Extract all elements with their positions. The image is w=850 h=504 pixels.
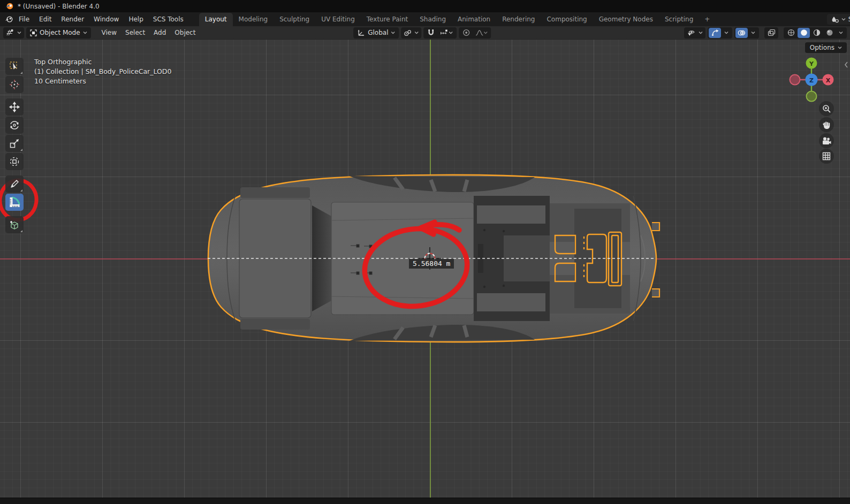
chevron-down-icon xyxy=(839,31,843,34)
chevron-down-icon xyxy=(483,31,488,34)
tool-add-cube[interactable] xyxy=(5,216,24,233)
gizmo-y-label: Y xyxy=(809,60,814,67)
pivot-point-selector[interactable] xyxy=(401,27,421,39)
gizmo-y-axis[interactable] xyxy=(806,58,817,69)
chevron-down-icon xyxy=(391,31,395,34)
zoom-button[interactable] xyxy=(819,101,834,116)
object-visibility-selector[interactable] xyxy=(684,27,705,39)
toggle-ortho-button[interactable] xyxy=(819,149,834,164)
tow-hook-bottom xyxy=(652,289,659,297)
blender-app-menu-icon[interactable] xyxy=(4,16,14,23)
view-name: Top Orthographic xyxy=(34,57,171,67)
menu-object[interactable]: Object xyxy=(170,27,200,39)
grid-scale: 10 Centimeters xyxy=(34,77,171,86)
editor-3d-viewport-icon xyxy=(6,29,14,36)
menu-file[interactable]: File xyxy=(14,13,34,25)
menu-view[interactable]: View xyxy=(97,27,121,39)
gizmo-x-negative[interactable] xyxy=(790,75,800,85)
gizmo-x-axis[interactable] xyxy=(823,74,834,86)
tab-layout[interactable]: Layout xyxy=(199,13,233,26)
gizmo-x-label: X xyxy=(826,77,831,84)
tab-geometry-nodes[interactable]: Geometry Nodes xyxy=(593,13,659,26)
shading-wireframe-button[interactable] xyxy=(785,28,797,38)
gizmos-dropdown[interactable] xyxy=(722,28,731,38)
3d-viewport[interactable]: 5.56804 m Top Orthographic (1) Collectio… xyxy=(0,40,850,498)
menu-add[interactable]: Add xyxy=(149,27,170,39)
menu-help[interactable]: Help xyxy=(124,13,148,25)
rendered-sphere-icon xyxy=(826,29,833,36)
tab-compositing[interactable]: Compositing xyxy=(541,13,593,26)
sidebar-collapse-icon[interactable] xyxy=(844,61,849,68)
chevron-down-icon xyxy=(841,18,846,21)
snap-magnet-icon xyxy=(427,29,435,36)
tool-annotate[interactable] xyxy=(5,175,24,193)
xray-toggle[interactable] xyxy=(764,27,778,39)
shading-solid-button[interactable] xyxy=(798,28,810,38)
menu-select[interactable]: Select xyxy=(121,27,149,39)
viewport-header: Object Mode View Select Add Object Globa… xyxy=(0,26,850,40)
tool-tweak-select[interactable] xyxy=(5,58,24,75)
options-button[interactable]: Options xyxy=(805,42,847,53)
proportional-editing-toggle[interactable] xyxy=(460,28,472,38)
shading-material-button[interactable] xyxy=(810,28,823,38)
pivot-point-icon xyxy=(404,29,412,36)
tab-rendering[interactable]: Rendering xyxy=(496,13,541,26)
chevron-down-icon xyxy=(414,31,419,34)
blender-logo-icon xyxy=(5,2,13,10)
viewport-info: Top Orthographic (1) Collection | SM_Bod… xyxy=(34,57,171,86)
tool-shelf xyxy=(5,58,24,234)
transform-orientation-selector[interactable]: Global xyxy=(353,27,399,39)
proportional-falloff-selector[interactable] xyxy=(473,28,490,38)
chevron-down-icon xyxy=(724,31,728,34)
navigation-gizmo[interactable]: Y X Z xyxy=(787,55,846,108)
tow-hook-top xyxy=(652,223,659,231)
tab-modeling[interactable]: Modeling xyxy=(233,13,274,26)
gizmo-y-negative[interactable] xyxy=(807,91,817,102)
snap-toggle-button[interactable] xyxy=(424,28,437,38)
gizmo-z-label: Z xyxy=(809,77,814,84)
tool-move[interactable] xyxy=(5,98,24,116)
tool-measure[interactable] xyxy=(5,194,24,211)
gizmos-toggle[interactable] xyxy=(709,28,721,38)
measurement-value: 5.56804 m xyxy=(409,259,454,269)
tab-sculpting[interactable]: Sculpting xyxy=(274,13,315,26)
wireframe-sphere-icon xyxy=(787,29,795,36)
menu-window[interactable]: Window xyxy=(89,13,124,25)
tab-uv-editing[interactable]: UV Editing xyxy=(315,13,361,26)
active-object-path: (1) Collection | SM_Body_PoliceCar_LOD0 xyxy=(34,67,171,77)
tab-scripting[interactable]: Scripting xyxy=(659,13,699,26)
tool-transform[interactable] xyxy=(5,153,24,170)
scene-selector[interactable]: Scen xyxy=(827,14,850,25)
car-rear-window xyxy=(312,205,331,311)
xray-icon xyxy=(768,29,776,36)
tool-scale[interactable] xyxy=(5,135,24,152)
menu-scs-tools[interactable]: SCS Tools xyxy=(148,13,188,25)
tool-cursor[interactable] xyxy=(5,76,24,93)
snap-increment-icon xyxy=(440,29,449,36)
camera-view-button[interactable] xyxy=(819,133,834,148)
top-menu-bar: File Edit Render Window Help SCS Tools L… xyxy=(0,12,850,26)
add-workspace-button[interactable]: + xyxy=(699,13,715,26)
tab-animation[interactable]: Animation xyxy=(452,13,496,26)
gizmo-z-axis[interactable] xyxy=(806,74,818,86)
overlays-dropdown[interactable] xyxy=(748,28,758,38)
mode-selector[interactable]: Object Mode xyxy=(26,27,91,39)
shading-dropdown[interactable] xyxy=(836,28,846,38)
solid-sphere-icon xyxy=(800,29,808,36)
orientation-axes-icon xyxy=(357,29,365,36)
snap-target-selector[interactable] xyxy=(437,28,456,38)
shading-rendered-button[interactable] xyxy=(823,28,836,38)
tool-rotate[interactable] xyxy=(5,117,24,134)
pan-hand-button[interactable] xyxy=(819,117,834,132)
menu-edit[interactable]: Edit xyxy=(34,13,56,25)
tab-shading[interactable]: Shading xyxy=(414,13,452,26)
gizmo-arrow-icon xyxy=(711,29,719,36)
chevron-down-icon xyxy=(751,31,755,34)
window-title: * (Unsaved) - Blender 4.0 xyxy=(18,3,100,10)
editor-type-selector[interactable] xyxy=(3,27,24,39)
chevron-down-icon xyxy=(699,31,703,34)
object-mode-icon xyxy=(30,29,37,36)
tab-texture-paint[interactable]: Texture Paint xyxy=(361,13,414,26)
menu-render[interactable]: Render xyxy=(56,13,89,25)
overlays-toggle[interactable] xyxy=(735,28,748,38)
